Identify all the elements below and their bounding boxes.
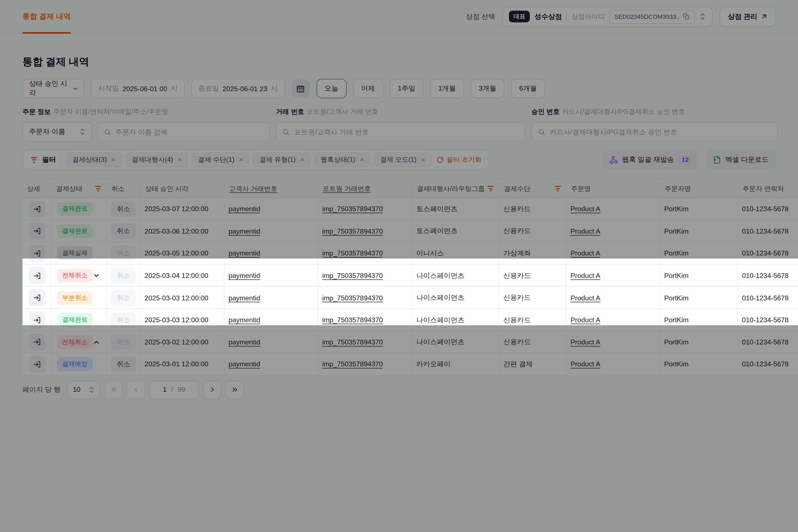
merchant-txn-link[interactable]: paymentid: [229, 338, 260, 346]
page-indicator[interactable]: 1 / 99: [149, 380, 199, 399]
end-date-input[interactable]: 종료일 2025-06-01 23 시: [191, 79, 285, 98]
column-header[interactable]: 결제대행사/라우팅그룹: [412, 179, 499, 199]
calendar-button[interactable]: [291, 79, 310, 98]
date-preset-button[interactable]: 6개월: [511, 79, 545, 98]
copy-icon[interactable]: [683, 13, 690, 20]
rows-per-page-select[interactable]: 10: [67, 380, 100, 399]
column-header[interactable]: 포트원 거래번호: [318, 179, 412, 199]
filter-chip[interactable]: 결제대행사(4)✕: [126, 153, 188, 167]
merchant-txn-link[interactable]: paymentid: [229, 316, 260, 324]
chip-close-icon[interactable]: ✕: [177, 157, 182, 163]
column-header[interactable]: 결제수단: [499, 179, 566, 199]
column-header[interactable]: 고객사 거래번호: [225, 179, 318, 199]
order-name-link[interactable]: Product A: [571, 205, 601, 213]
store-selector[interactable]: 대표 성수상점 상점아이디 SED02345DCOM3933..: [502, 6, 712, 26]
approval-search-input[interactable]: [550, 128, 771, 136]
cancel-button[interactable]: 취소: [111, 312, 136, 327]
chip-close-icon[interactable]: ✕: [421, 157, 425, 163]
portone-txn-link[interactable]: imp_750357894370: [322, 205, 383, 213]
merchant-txn-link[interactable]: paymentid: [229, 294, 260, 302]
filter-chip[interactable]: 웹훅상태(1)✕: [315, 153, 370, 167]
prev-page-button[interactable]: [127, 380, 145, 399]
chip-close-icon[interactable]: ✕: [238, 157, 243, 163]
column-header[interactable]: 취소: [107, 179, 140, 199]
detail-button[interactable]: [29, 334, 45, 351]
date-preset-button[interactable]: 3개월: [471, 79, 504, 98]
status-chevron-icon[interactable]: [93, 338, 100, 346]
merchant-txn-link[interactable]: paymentid: [229, 227, 260, 235]
portone-txn-link[interactable]: imp_750357894370: [322, 250, 383, 258]
filter-reset-button[interactable]: 필터 초기화: [436, 155, 481, 164]
column-filter-icon[interactable]: [555, 186, 561, 191]
column-header[interactable]: 주문자명: [660, 179, 738, 199]
next-page-button[interactable]: [203, 380, 222, 399]
transaction-search-field[interactable]: [276, 122, 525, 141]
last-page-button[interactable]: [226, 380, 244, 399]
detail-button[interactable]: [29, 311, 45, 329]
date-preset-button[interactable]: 1개월: [430, 79, 464, 98]
column-header[interactable]: 상태 승인 시각: [140, 179, 225, 199]
column-header[interactable]: 결제상태: [52, 179, 107, 199]
detail-button[interactable]: [29, 289, 45, 306]
store-id-value[interactable]: SED02345DCOM3933..: [609, 10, 695, 23]
tab-integrated-payments[interactable]: 통합 결제 내역: [22, 0, 71, 33]
date-preset-button[interactable]: 오늘: [317, 79, 346, 98]
cancel-button[interactable]: 취소: [111, 246, 136, 261]
transaction-search-input[interactable]: [294, 128, 519, 136]
column-filter-icon[interactable]: [95, 186, 101, 191]
portone-txn-link[interactable]: imp_750357894370: [322, 227, 383, 235]
column-filter-icon[interactable]: [488, 186, 494, 191]
column-header[interactable]: 주문자 연락처: [738, 179, 798, 199]
detail-button[interactable]: [29, 267, 45, 284]
cancel-button[interactable]: 취소: [111, 268, 136, 283]
order-name-link[interactable]: Product A: [571, 250, 601, 258]
chip-close-icon[interactable]: ✕: [359, 157, 364, 163]
cancel-button[interactable]: 취소: [111, 224, 136, 239]
merchant-txn-link[interactable]: paymentid: [229, 250, 260, 258]
detail-button[interactable]: [29, 223, 45, 240]
portone-txn-link[interactable]: imp_750357894370: [322, 272, 383, 280]
column-header[interactable]: 주문명: [566, 179, 660, 199]
date-preset-button[interactable]: 1주일: [390, 79, 423, 98]
portone-txn-link[interactable]: imp_750357894370: [322, 316, 383, 324]
filter-chip[interactable]: 결제상태(3)✕: [67, 153, 122, 167]
order-name-link[interactable]: Product A: [571, 294, 601, 302]
filter-chip[interactable]: 결제 모드(1)✕: [375, 153, 432, 167]
detail-button[interactable]: [29, 356, 45, 373]
merchant-txn-link[interactable]: paymentid: [229, 205, 260, 213]
time-type-select[interactable]: 상태 승인 시각: [22, 79, 84, 98]
webhook-bulk-resend-button[interactable]: 웹훅 일괄 재발송 12: [602, 150, 699, 170]
filter-chip[interactable]: 결제 수단(1)✕: [192, 153, 249, 167]
order-search-field[interactable]: [97, 122, 270, 141]
cancel-button[interactable]: 취소: [111, 357, 136, 372]
approval-search-field[interactable]: [531, 122, 778, 141]
order-name-link[interactable]: Product A: [571, 360, 601, 368]
column-header[interactable]: 상세: [22, 179, 52, 199]
portone-txn-link[interactable]: imp_750357894370: [322, 338, 383, 346]
detail-button[interactable]: [29, 200, 45, 217]
excel-download-button[interactable]: 엑셀 다운로드: [706, 150, 776, 170]
status-chevron-icon[interactable]: [93, 272, 100, 280]
order-field-select[interactable]: 주문자 이름: [22, 122, 92, 141]
date-preset-button[interactable]: 어제: [353, 79, 383, 98]
chevron-updown-icon[interactable]: [699, 13, 706, 20]
order-name-link[interactable]: Product A: [571, 227, 601, 235]
merchant-txn-link[interactable]: paymentid: [229, 360, 260, 368]
store-manage-button[interactable]: 상점 관리: [720, 6, 776, 26]
cancel-button[interactable]: 취소: [111, 335, 136, 350]
order-name-link[interactable]: Product A: [571, 338, 601, 346]
chip-close-icon[interactable]: ✕: [300, 157, 305, 163]
detail-button[interactable]: [29, 245, 45, 262]
portone-txn-link[interactable]: imp_750357894370: [322, 360, 383, 368]
first-page-button[interactable]: [104, 380, 123, 399]
order-name-link[interactable]: Product A: [571, 316, 601, 324]
merchant-txn-link[interactable]: paymentid: [229, 272, 260, 280]
order-search-input[interactable]: [116, 128, 263, 136]
start-date-input[interactable]: 시작일 2025-06-01 00 시: [91, 79, 185, 98]
cancel-button[interactable]: 취소: [111, 202, 136, 217]
cancel-button[interactable]: 취소: [111, 290, 136, 305]
chip-close-icon[interactable]: ✕: [111, 157, 116, 163]
filter-chip[interactable]: 결제 유형(1)✕: [254, 153, 310, 167]
order-name-link[interactable]: Product A: [571, 272, 601, 280]
portone-txn-link[interactable]: imp_750357894370: [322, 294, 383, 302]
